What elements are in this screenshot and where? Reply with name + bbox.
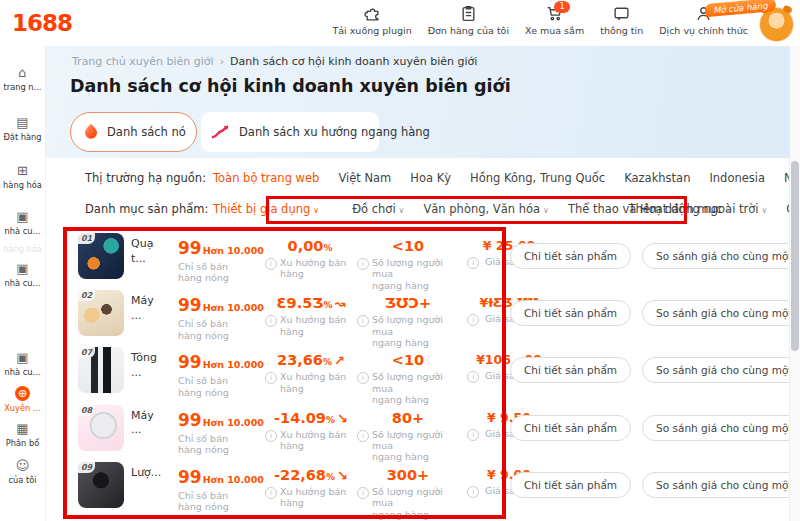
info-icon[interactable] — [467, 429, 479, 441]
info-icon[interactable] — [265, 258, 277, 270]
scrollbar-track[interactable] — [789, 46, 800, 521]
plugin-icon — [364, 5, 381, 23]
info-icon[interactable] — [265, 372, 277, 384]
table-row: 02 Máy ... 99Hơn 10.000 Chỉ số bánhàng n… — [45, 285, 800, 342]
rank-badge: 08 — [78, 405, 95, 416]
category-option-selected[interactable]: Thiết bị gia dụng — [213, 202, 319, 216]
rank-badge: 09 — [78, 462, 95, 473]
globe-icon: ⊕ — [15, 386, 30, 401]
compare-price-button[interactable]: So sánh giá cho cùng một mặt hàng — [642, 300, 800, 326]
cart-button[interactable]: 1 Xe mua sắm — [525, 5, 584, 36]
filter-market-row: Thị trường hạ nguồn: Toàn bộ trang web V… — [85, 171, 780, 185]
product-detail-button[interactable]: Chi tiết sản phẩm — [510, 357, 631, 383]
info-icon[interactable] — [265, 487, 277, 499]
metric-peer-buyers: 300+ Số lượng người muangang hàng — [357, 467, 459, 520]
market-option[interactable]: Hồng Kông, Trung Quốc — [470, 171, 605, 185]
product-image[interactable]: 09 — [78, 462, 124, 508]
tab-trend-list[interactable]: Danh sách xu hướng ngang hàng — [201, 112, 379, 152]
product-image[interactable]: 07 — [78, 347, 124, 393]
avatar[interactable] — [759, 7, 794, 42]
table-row: 01 Quạt... 99Hơn 10.000 Chỉ số bánhàng n… — [45, 228, 800, 285]
category-option[interactable]: Văn phòng, Văn hóa — [423, 202, 548, 216]
product-image[interactable]: 01 — [78, 233, 124, 279]
metric-hot-index: 99Hơn 10.000 Chỉ số bánhàng nóng — [173, 352, 265, 405]
left-sidebar: ⌂ trang n... ▤ Đặt hàng ⊞ hàng hóa ▣ nhà… — [0, 46, 46, 521]
filter-category-row: Danh mục sản phẩm: Thiết bị gia dụng Đồ … — [85, 202, 780, 216]
product-title[interactable]: Lượ... — [131, 466, 163, 481]
info-icon[interactable] — [467, 486, 479, 498]
metric-peer-buyers: <10 Số lượng người muangang hàng — [357, 352, 459, 405]
product-title[interactable]: Máy ... — [131, 409, 163, 439]
sidebar-item-crossborder[interactable]: ⊕ Xuyên ... — [0, 386, 45, 413]
product-image[interactable]: 08 — [78, 405, 124, 451]
breadcrumb: Trang chủ xuyên biên giới›Danh sách cơ h… — [72, 55, 477, 68]
sidebar-item-profile[interactable]: ☺ của tôi — [0, 459, 45, 485]
product-image[interactable]: 02 — [78, 290, 124, 336]
product-detail-button[interactable]: Chi tiết sản phẩm — [510, 472, 631, 498]
sidebar-item-supplier-2[interactable]: ▣ nhà cu... — [0, 262, 45, 288]
metric-sales-trend: -22,68%↘ Xu hướng bánhàng — [265, 467, 357, 520]
market-option-all[interactable]: Toàn bộ trang web — [213, 171, 319, 185]
product-title[interactable]: Quạt... — [131, 237, 163, 267]
market-option[interactable]: Hoa Kỳ — [410, 171, 451, 185]
info-icon[interactable] — [357, 315, 369, 327]
top-header: 1688 Tải xuống plugin Đơn hàng của tôi 1… — [0, 0, 800, 46]
product-title[interactable]: Tông ... — [131, 351, 163, 381]
info-icon[interactable] — [357, 372, 369, 384]
info-icon[interactable] — [357, 258, 369, 270]
product-detail-button[interactable]: Chi tiết sản phẩm — [510, 300, 631, 326]
scrollbar-thumb[interactable] — [791, 161, 799, 351]
metric-sales-trend: Ɛ9.5Ʒ%↝ Xu hướng bánhàng — [265, 295, 357, 348]
compare-price-button[interactable]: So sánh giá cho cùng một mặt hàng — [642, 357, 800, 383]
info-icon[interactable] — [357, 487, 369, 499]
messages-button[interactable]: thông tin — [600, 5, 643, 36]
home-icon: ⌂ — [0, 66, 45, 80]
product-detail-button[interactable]: Chi tiết sản phẩm — [510, 415, 631, 441]
metric-peer-buyers: ƷƱƆ+ Số lượng người muangang hàng — [357, 295, 459, 348]
product-table: 01 Quạt... 99Hơn 10.000 Chỉ số bánhàng n… — [45, 228, 800, 514]
metric-hot-index: 99Hơn 10.000 Chỉ số bánhàng nóng — [173, 467, 265, 520]
logo-1688[interactable]: 1688 — [12, 10, 72, 36]
rank-badge: 02 — [78, 290, 95, 301]
market-option[interactable]: Việt Nam — [338, 171, 391, 185]
info-icon[interactable] — [467, 314, 479, 326]
market-option[interactable]: Indonesia — [709, 171, 765, 185]
tab-hot-list[interactable]: Danh sách nóng củ — [70, 112, 197, 152]
compare-price-button[interactable]: So sánh giá cho cùng một mặt hàng — [642, 243, 800, 269]
header-actions: Tải xuống plugin Đơn hàng của tôi 1 Xe m… — [332, 5, 748, 36]
compare-price-button[interactable]: So sánh giá cho cùng một mặt hàng — [642, 415, 800, 441]
trend-up-icon — [211, 122, 231, 142]
info-icon[interactable] — [467, 371, 479, 383]
metric-peer-buyers: 80+ Số lượng người muangang hàng — [357, 410, 459, 463]
my-orders-button[interactable]: Đơn hàng của tôi — [428, 5, 509, 36]
sidebar-item-goods[interactable]: ⊞ hàng hóa — [0, 164, 45, 190]
content-panel: Thị trường hạ nguồn: Toàn bộ trang web V… — [45, 158, 800, 521]
info-icon[interactable] — [265, 315, 277, 327]
metric-sales-trend: -14.09%↘ Xu hướng bánhàng — [265, 410, 357, 463]
flame-icon — [81, 122, 101, 142]
filter-category-label: Danh mục sản phẩm: — [85, 202, 213, 216]
orders-icon — [460, 5, 477, 23]
product-detail-button[interactable]: Chi tiết sản phẩm — [510, 243, 631, 269]
sidebar-item-distribution[interactable]: ▦ Phân bổ — [0, 422, 45, 448]
info-icon[interactable] — [467, 257, 479, 269]
info-icon[interactable] — [265, 430, 277, 442]
sidebar-item-faded: hàng hóa — [0, 242, 45, 254]
supplier-icon: ▣ — [0, 262, 45, 276]
breadcrumb-parent[interactable]: Trang chủ xuyên biên giới — [72, 55, 214, 68]
sidebar-item-supplier-3[interactable]: ▣ nhà cu... — [0, 351, 45, 377]
compare-price-button[interactable]: So sánh giá cho cùng một mặt hàng — [642, 472, 800, 498]
download-plugin-button[interactable]: Tải xuống plugin — [332, 5, 411, 36]
metric-sales-trend: 23,66%↗ Xu hướng bánhàng — [265, 352, 357, 405]
market-option[interactable]: Kazakhstan — [624, 171, 690, 185]
sidebar-item-orders[interactable]: ▤ Đặt hàng — [0, 116, 45, 142]
distribution-icon: ▦ — [0, 422, 45, 436]
category-option[interactable]: Đồ chơi — [352, 202, 404, 216]
more-categories-button[interactable]: Thêm danh mục — [629, 202, 732, 216]
sidebar-item-home[interactable]: ⌂ trang n... — [0, 66, 45, 92]
product-title[interactable]: Máy ... — [131, 294, 163, 324]
metric-hot-index: 99Hơn 10.000 Chỉ số bánhàng nóng — [173, 410, 265, 463]
info-icon[interactable] — [357, 430, 369, 442]
sidebar-item-supplier-1[interactable]: ▣ nhà cu... — [0, 210, 45, 236]
supplier-icon: ▣ — [0, 351, 45, 365]
